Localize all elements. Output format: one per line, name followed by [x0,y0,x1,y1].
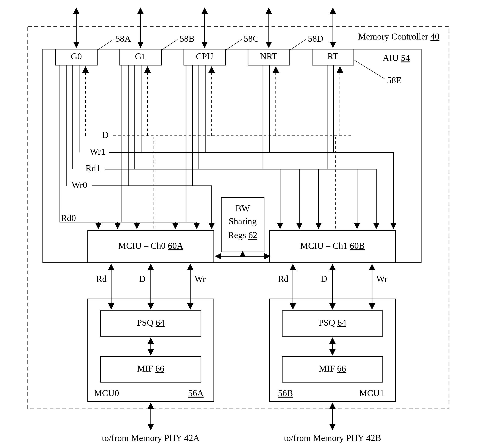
svg-text:58B: 58B [180,34,195,44]
bw-line2: Sharing [229,216,257,226]
svg-line-2 [97,40,113,50]
svg-text:Wr: Wr [195,274,206,284]
bus-wr0-label: Wr0 [72,180,87,190]
bus-rd1-label: Rd1 [85,163,101,173]
mcu1-group: PSQ 64 MIF 66 56B MCU1 Rd D Wr to/from M… [269,265,395,443]
svg-text:RT: RT [327,52,338,61]
bus-d-label: D [102,130,109,140]
svg-line-6 [161,40,178,50]
svg-text:MCU0: MCU0 [94,388,119,398]
bw-line1: BW [235,204,250,213]
mciu-ch0-label: MCIU – Ch0 60A [118,241,184,251]
memory-controller-label: Memory Controller 40 [358,32,439,41]
svg-text:CPU: CPU [196,52,213,61]
svg-text:MCU1: MCU1 [359,388,384,398]
memory-controller-diagram: Memory Controller 40 AIU 54 G0 58A G1 58… [0,0,477,448]
svg-text:D: D [139,274,145,284]
mciu-ch1-label: MCIU – Ch1 60B [300,241,365,251]
psq0-label: PSQ 64 [137,318,165,328]
bus-wr1-label: Wr1 [90,147,105,157]
svg-text:Rd: Rd [96,274,107,284]
svg-text:Wr: Wr [376,274,388,284]
svg-text:58D: 58D [308,34,323,44]
svg-text:56B: 56B [278,388,293,398]
bw-line3: Regs 62 [228,230,257,240]
svg-text:G0: G0 [71,52,82,61]
psq1-label: PSQ 64 [319,318,346,328]
svg-text:58C: 58C [244,34,259,44]
svg-text:NRT: NRT [260,52,277,61]
bus-rd0-label: Rd0 [61,213,76,223]
mif0-label: MIF 66 [137,364,164,373]
phy0-label: to/from Memory PHY 42A [102,433,200,443]
svg-text:58E: 58E [387,75,401,85]
svg-line-11 [226,40,242,50]
svg-text:58A: 58A [115,34,131,44]
svg-text:Rd: Rd [278,274,288,284]
mif1-label: MIF 66 [319,364,346,373]
phy1-label: to/from Memory PHY 42B [284,433,381,443]
svg-text:56A: 56A [188,388,204,398]
mcu0-group: PSQ 64 MIF 66 MCU0 56A Rd D Wr to/from M… [88,265,214,443]
svg-text:G1: G1 [135,52,146,61]
svg-line-16 [290,40,306,50]
svg-text:D: D [321,274,327,284]
aiu-label: AIU 54 [383,53,410,63]
